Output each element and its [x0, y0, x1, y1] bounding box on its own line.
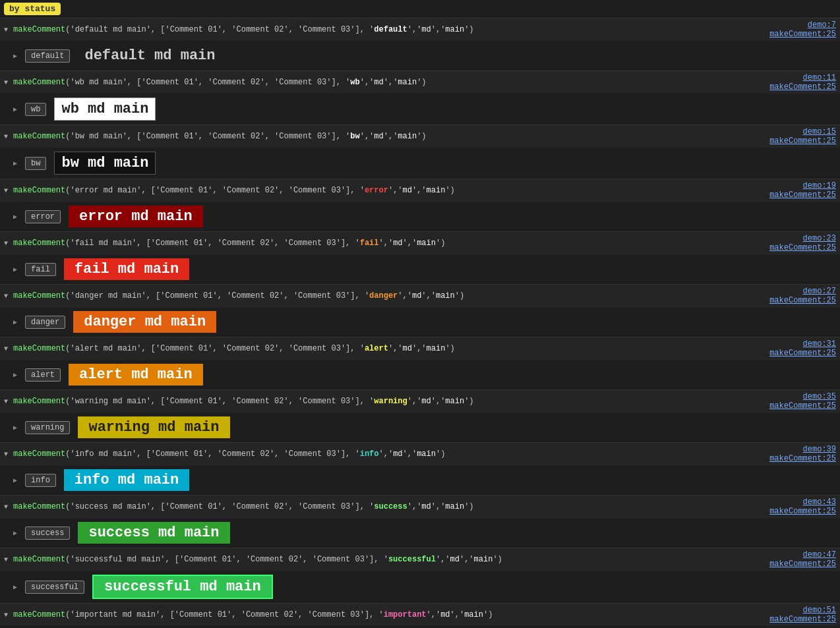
group-content-bw: ▶bwbw md main [0, 148, 840, 179]
collapse-arrow-alert[interactable]: ▼ [4, 345, 8, 353]
group-header-code-default: makeComment('default md main', ['Comment… [13, 25, 474, 34]
group-header-links-fail: demo:23makeComment:25 [769, 234, 836, 252]
group-header-bw[interactable]: ▼makeComment('bw md main', ['Comment 01'… [0, 125, 840, 148]
group-header-code-error: makeComment('error md main', ['Comment 0… [13, 186, 455, 195]
make-link-successful[interactable]: makeComment:25 [769, 559, 836, 569]
make-link-bw[interactable]: makeComment:25 [769, 136, 836, 146]
group-header-important[interactable]: ▼makeComment('important md main', ['Comm… [0, 604, 840, 626]
collapse-arrow-warning[interactable]: ▼ [4, 398, 8, 405]
group-header-left-default: ▼makeComment('default md main', ['Commen… [4, 25, 769, 34]
label-button-bw[interactable]: bw [25, 157, 46, 170]
group-content-alert: ▶alertalert md main [0, 360, 840, 389]
group-warning: ▼makeComment('warning md main', ['Commen… [0, 389, 840, 442]
expand-arrow-error[interactable]: ▶ [13, 213, 17, 221]
group-error: ▼makeComment('error md main', ['Comment … [0, 179, 840, 231]
expand-arrow-danger[interactable]: ▶ [13, 318, 17, 326]
expand-arrow-default[interactable]: ▶ [13, 52, 17, 60]
group-header-links-info: demo:39makeComment:25 [769, 445, 836, 463]
label-button-error[interactable]: error [25, 210, 61, 223]
label-button-default[interactable]: default [25, 49, 70, 63]
demo-link-successful[interactable]: demo:47 [803, 550, 836, 559]
group-header-wb[interactable]: ▼makeComment('wb md main', ['Comment 01'… [0, 71, 840, 94]
group-header-left-danger: ▼makeComment('danger md main', ['Comment… [4, 291, 769, 300]
group-info: ▼makeComment('info md main', ['Comment 0… [0, 442, 840, 495]
label-button-success[interactable]: success [25, 527, 70, 540]
make-link-alert[interactable]: makeComment:25 [769, 349, 836, 358]
display-wb: wb md main [54, 98, 156, 121]
group-header-left-info: ▼makeComment('info md main', ['Comment 0… [4, 449, 769, 459]
group-bw: ▼makeComment('bw md main', ['Comment 01'… [0, 125, 840, 179]
make-link-wb[interactable]: makeComment:25 [769, 82, 836, 92]
group-header-code-fail: makeComment('fail md main', ['Comment 01… [13, 239, 445, 248]
demo-link-bw[interactable]: demo:15 [803, 127, 836, 136]
collapse-arrow-fail[interactable]: ▼ [4, 240, 8, 247]
label-button-alert[interactable]: alert [25, 368, 61, 382]
group-header-left-fail: ▼makeComment('fail md main', ['Comment 0… [4, 239, 769, 248]
collapse-arrow-default[interactable]: ▼ [4, 26, 8, 34]
make-link-danger[interactable]: makeComment:25 [769, 296, 836, 305]
label-button-info[interactable]: info [25, 474, 56, 487]
group-alert: ▼makeComment('alert md main', ['Comment … [0, 337, 840, 389]
expand-arrow-info[interactable]: ▶ [13, 476, 17, 484]
label-button-warning[interactable]: warning [25, 421, 70, 434]
display-fail: fail md main [64, 258, 189, 280]
group-header-left-warning: ▼makeComment('warning md main', ['Commen… [4, 397, 769, 406]
collapse-arrow-wb[interactable]: ▼ [4, 79, 8, 86]
demo-link-default[interactable]: demo:7 [808, 20, 836, 30]
collapse-arrow-successful[interactable]: ▼ [4, 556, 8, 563]
collapse-arrow-success[interactable]: ▼ [4, 503, 8, 511]
group-successful: ▼makeComment('successful md main', ['Com… [0, 548, 840, 603]
group-header-code-successful: makeComment('successful md main', ['Comm… [13, 555, 502, 564]
expand-arrow-bw[interactable]: ▶ [13, 159, 17, 167]
collapse-arrow-bw[interactable]: ▼ [4, 133, 8, 140]
expand-arrow-fail[interactable]: ▶ [13, 266, 17, 273]
expand-arrow-successful[interactable]: ▶ [13, 583, 17, 591]
expand-arrow-success[interactable]: ▶ [13, 529, 17, 537]
group-content-warning: ▶warningwarning md main [0, 413, 840, 442]
group-header-error[interactable]: ▼makeComment('error md main', ['Comment … [0, 179, 840, 202]
group-danger: ▼makeComment('danger md main', ['Comment… [0, 284, 840, 337]
demo-link-alert[interactable]: demo:31 [803, 339, 836, 349]
group-header-code-wb: makeComment('wb md main', ['Comment 01',… [13, 78, 427, 87]
make-link-success[interactable]: makeComment:25 [769, 507, 836, 516]
group-header-danger[interactable]: ▼makeComment('danger md main', ['Comment… [0, 285, 840, 307]
label-button-fail[interactable]: fail [25, 263, 56, 276]
make-link-default[interactable]: makeComment:25 [769, 30, 836, 39]
expand-arrow-warning[interactable]: ▶ [13, 424, 17, 432]
demo-link-fail[interactable]: demo:23 [803, 234, 836, 243]
display-danger: danger md main [73, 311, 216, 333]
collapse-arrow-error[interactable]: ▼ [4, 187, 8, 194]
make-link-warning[interactable]: makeComment:25 [769, 401, 836, 411]
demo-link-error[interactable]: demo:19 [803, 181, 836, 190]
label-button-successful[interactable]: successful [25, 581, 84, 594]
group-header-alert[interactable]: ▼makeComment('alert md main', ['Comment … [0, 337, 840, 360]
group-header-default[interactable]: ▼makeComment('default md main', ['Commen… [0, 18, 840, 41]
group-header-successful[interactable]: ▼makeComment('successful md main', ['Com… [0, 548, 840, 571]
demo-link-info[interactable]: demo:39 [803, 445, 836, 454]
by-status-badge-container: by status [0, 0, 840, 18]
make-link-error[interactable]: makeComment:25 [769, 190, 836, 200]
make-link-fail[interactable]: makeComment:25 [769, 243, 836, 252]
group-header-warning[interactable]: ▼makeComment('warning md main', ['Commen… [0, 390, 840, 413]
demo-link-important[interactable]: demo:51 [803, 606, 836, 615]
display-success: success md main [78, 522, 229, 544]
label-button-wb[interactable]: wb [25, 103, 46, 116]
group-header-left-important: ▼makeComment('important md main', ['Comm… [4, 610, 769, 619]
expand-arrow-wb[interactable]: ▶ [13, 105, 17, 113]
demo-link-wb[interactable]: demo:11 [803, 73, 836, 82]
collapse-arrow-danger[interactable]: ▼ [4, 293, 8, 300]
make-link-info[interactable]: makeComment:25 [769, 454, 836, 463]
group-header-left-bw: ▼makeComment('bw md main', ['Comment 01'… [4, 132, 769, 141]
group-header-fail[interactable]: ▼makeComment('fail md main', ['Comment 0… [0, 232, 840, 254]
collapse-arrow-important[interactable]: ▼ [4, 612, 8, 619]
expand-arrow-alert[interactable]: ▶ [13, 371, 17, 379]
group-header-links-success: demo:43makeComment:25 [769, 498, 836, 516]
group-header-info[interactable]: ▼makeComment('info md main', ['Comment 0… [0, 443, 840, 465]
demo-link-success[interactable]: demo:43 [803, 498, 836, 507]
label-button-danger[interactable]: danger [25, 316, 65, 329]
demo-link-warning[interactable]: demo:35 [803, 392, 836, 401]
make-link-important[interactable]: makeComment:25 [769, 615, 836, 624]
group-header-success[interactable]: ▼makeComment('success md main', ['Commen… [0, 496, 840, 518]
collapse-arrow-info[interactable]: ▼ [4, 451, 8, 458]
demo-link-danger[interactable]: demo:27 [803, 287, 836, 296]
